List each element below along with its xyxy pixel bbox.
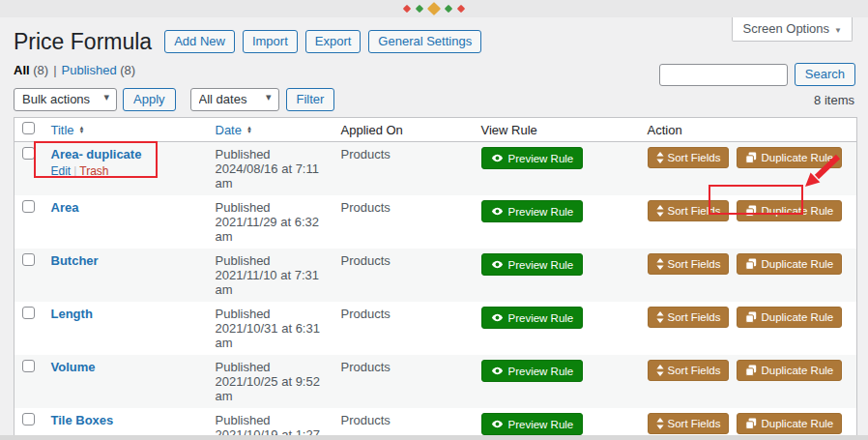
preview-rule-button[interactable]: Preview Rule (481, 147, 584, 169)
sort-icon (656, 365, 664, 376)
date-cell: Published2024/08/16 at 7:11 am (208, 142, 333, 196)
eye-icon (491, 418, 504, 430)
page-title: Price Formula (14, 28, 152, 56)
table-row: AreaPublished2021/11/29 at 6:32 amProduc… (14, 195, 857, 249)
filter-separator: | (53, 63, 56, 77)
sort-fields-button[interactable]: Sort Fields (648, 413, 730, 434)
sort-fields-button[interactable]: Sort Fields (648, 360, 730, 381)
applied-on-cell: Products (333, 355, 474, 408)
row-checkbox[interactable] (22, 307, 35, 319)
apply-button[interactable]: Apply (123, 88, 176, 111)
row-checkbox[interactable] (22, 413, 35, 425)
applied-on-cell: Products (333, 302, 474, 355)
table-row: Area- duplicateEdit|TrashPublished2024/0… (14, 142, 857, 196)
sort-fields-button[interactable]: Sort Fields (648, 200, 730, 221)
column-header-applied-on: Applied On (333, 118, 474, 142)
bulk-actions-select[interactable]: Bulk actions (14, 88, 117, 111)
duplicate-icon (745, 152, 757, 163)
duplicate-rule-button[interactable]: Duplicate Rule (737, 360, 842, 381)
rule-title-link[interactable]: Tile Boxes (51, 413, 114, 427)
duplicate-rule-button[interactable]: Duplicate Rule (737, 200, 842, 221)
search-input[interactable] (659, 64, 788, 86)
eye-icon (491, 258, 504, 271)
sort-icon (656, 311, 664, 323)
eye-icon (491, 365, 504, 377)
red-diamond-icon (403, 5, 411, 13)
window-top-strip (0, 0, 868, 17)
date-cell: Published2021/10/31 at 6:31 am (208, 302, 333, 355)
row-checkbox[interactable] (22, 253, 35, 266)
rule-title-link[interactable]: Area (51, 200, 79, 215)
sort-fields-button[interactable]: Sort Fields (648, 253, 730, 275)
add-new-button[interactable]: Add New (164, 30, 235, 53)
items-count: 8 items (814, 93, 856, 107)
column-header-action: Action (640, 118, 857, 142)
publish-date: 2021/11/10 at 7:31 am (216, 268, 326, 297)
duplicate-rule-button[interactable]: Duplicate Rule (737, 307, 842, 328)
filter-all-link[interactable]: All (8) (14, 63, 48, 77)
sort-fields-button[interactable]: Sort Fields (648, 307, 730, 328)
preview-rule-button[interactable]: Preview Rule (481, 307, 584, 329)
dates-select[interactable]: All dates (190, 88, 279, 111)
bulk-actions-select-wrap: Bulk actions (14, 88, 117, 111)
dates-select-wrap: All dates (190, 88, 279, 111)
duplicate-rule-button[interactable]: Duplicate Rule (737, 253, 842, 275)
table-header-row: Title▲▼ Date▲▼ Applied On View Rule Acti… (14, 118, 857, 142)
publish-date: 2021/10/25 at 9:52 am (216, 374, 326, 403)
filter-button[interactable]: Filter (286, 88, 335, 111)
row-checkbox[interactable] (22, 147, 35, 160)
sort-fields-button[interactable]: Sort Fields (648, 147, 730, 168)
column-header-view-rule: View Rule (474, 118, 640, 142)
select-all-checkbox[interactable] (22, 122, 35, 134)
window-bottom-edge (0, 435, 868, 440)
publish-status: Published (216, 200, 326, 215)
edit-link[interactable]: Edit (51, 164, 72, 178)
rule-title-link[interactable]: Butcher (51, 253, 99, 268)
preview-rule-button[interactable]: Preview Rule (481, 253, 584, 276)
sort-icon (656, 258, 664, 270)
publish-status: Published (216, 360, 326, 374)
title-row: Price Formula Add New Import Export Gene… (14, 27, 856, 56)
sort-by-title[interactable]: Title▲▼ (51, 123, 85, 137)
table-row: ButcherPublished2021/11/10 at 7:31 amPro… (14, 249, 857, 302)
search-area: Search (659, 63, 855, 86)
publish-status: Published (216, 307, 326, 321)
row-checkbox[interactable] (22, 200, 35, 213)
rule-title-link[interactable]: Area- duplicate (51, 147, 142, 161)
preview-rule-button[interactable]: Preview Rule (481, 413, 584, 435)
preview-rule-button[interactable]: Preview Rule (481, 200, 584, 222)
green-diamond-icon (416, 5, 423, 13)
publish-status: Published (216, 147, 326, 161)
rule-title-link[interactable]: Volume (51, 360, 96, 374)
row-checkbox[interactable] (22, 360, 35, 372)
duplicate-rule-button[interactable]: Duplicate Rule (737, 147, 842, 168)
red-diamond-icon (457, 5, 465, 13)
sort-by-date[interactable]: Date▲▼ (216, 123, 252, 137)
duplicate-icon (745, 365, 757, 376)
table-row: VolumePublished2021/10/25 at 9:52 amProd… (14, 355, 857, 408)
date-cell: Published2021/11/29 at 6:32 am (208, 195, 333, 249)
duplicate-icon (745, 205, 757, 217)
import-button[interactable]: Import (243, 30, 298, 53)
table-toolbar: Bulk actions Apply All dates Filter 8 it… (14, 88, 856, 111)
table-row: LengthPublished2021/10/31 at 6:31 amProd… (14, 302, 857, 355)
green-diamond-icon (445, 5, 452, 13)
duplicate-icon (745, 418, 757, 429)
search-button[interactable]: Search (795, 63, 855, 86)
rule-title-link[interactable]: Length (51, 307, 93, 321)
sort-arrows-icon: ▲▼ (79, 126, 85, 133)
export-button[interactable]: Export (305, 30, 362, 53)
publish-date: 2021/10/31 at 6:31 am (216, 321, 326, 350)
row-actions: Edit|Trash (51, 164, 200, 179)
sort-icon (656, 205, 664, 217)
trash-link[interactable]: Trash (79, 164, 108, 178)
publish-status: Published (216, 253, 326, 268)
publish-date: 2024/08/16 at 7:11 am (216, 161, 326, 191)
filter-published-link[interactable]: Published (8) (62, 63, 136, 77)
general-settings-button[interactable]: General Settings (368, 30, 481, 53)
row-actions-separator: | (73, 164, 76, 178)
sort-arrows-icon: ▲▼ (246, 126, 252, 133)
duplicate-rule-button[interactable]: Duplicate Rule (737, 413, 842, 434)
preview-rule-button[interactable]: Preview Rule (481, 360, 584, 382)
eye-icon (491, 311, 504, 324)
